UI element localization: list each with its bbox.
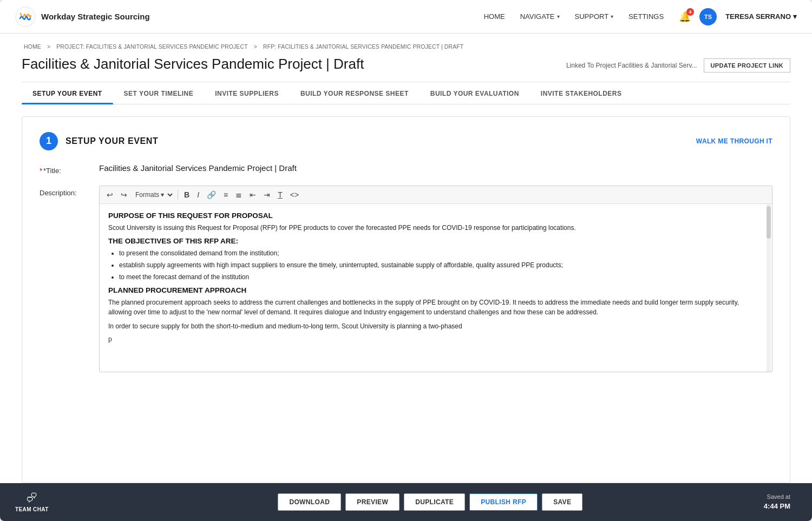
main-content: HOME > PROJECT: FACILITIES & JANITORIAL …: [0, 34, 812, 483]
editor-scrollbar[interactable]: [767, 204, 771, 372]
link-button[interactable]: 🔗: [204, 189, 219, 200]
update-project-button[interactable]: UPDATE PROJECT LINK: [704, 58, 790, 72]
project-link-area: Linked To Project Facilities & Janitoria…: [566, 58, 790, 72]
undo-button[interactable]: ↩: [104, 189, 116, 200]
download-button[interactable]: DOWNLOAD: [278, 493, 341, 511]
breadcrumb-sep1: >: [47, 43, 52, 50]
nav-support[interactable]: SUPPORT ▾: [575, 12, 614, 21]
save-button[interactable]: SAVE: [542, 493, 582, 511]
workday-logo-icon: [15, 6, 36, 27]
unordered-list-button[interactable]: ≡: [221, 189, 231, 200]
bottom-bar: 🗪 TEAM CHAT DOWNLOAD PREVIEW DUPLICATE P…: [0, 483, 812, 521]
editor-heading-2: THE OBJECTIVES OF THIS RFP ARE:: [108, 237, 763, 245]
editor-intro: Scout University is issuing this Request…: [108, 223, 763, 233]
team-chat-icon: 🗪: [27, 492, 37, 504]
walk-through-link[interactable]: WALK ME THROUGH IT: [696, 137, 772, 145]
editor-cursor: p: [108, 335, 763, 343]
description-label: Description:: [40, 186, 99, 197]
editor-procurement-text: The planned procurement approach seeks t…: [108, 298, 763, 317]
tabs: SETUP YOUR EVENT SET YOUR TIMELINE INVIT…: [22, 82, 790, 104]
editor-heading-1: PURPOSE OF THIS REQUEST FOR PROPOSAL: [108, 212, 763, 220]
tab-setup-your-event[interactable]: SETUP YOUR EVENT: [22, 82, 113, 104]
tab-invite-stakeholders[interactable]: INVITE STAKEHOLDERS: [530, 82, 633, 104]
card-title: SETUP YOUR EVENT: [66, 136, 158, 146]
notifications-button[interactable]: 🔔 4: [679, 11, 691, 23]
breadcrumb-sep2: >: [254, 43, 259, 50]
redo-button[interactable]: ↪: [118, 189, 130, 200]
nav-links: HOME NAVIGATE ▾ SUPPORT ▾ SETTINGS: [484, 12, 664, 21]
editor-trailing-text: In order to secure supply for both the s…: [108, 321, 763, 331]
title-row: *Title: Facilities & Janitorial Services…: [40, 163, 772, 175]
breadcrumb: HOME > PROJECT: FACILITIES & JANITORIAL …: [22, 43, 790, 50]
nav-settings[interactable]: SETTINGS: [628, 12, 664, 21]
publish-rfp-button[interactable]: PUBLISH RFP: [469, 493, 538, 511]
bold-button[interactable]: B: [181, 189, 192, 200]
team-chat-label: TEAM CHAT: [15, 506, 49, 512]
content-card: 1 SETUP YOUR EVENT WALK ME THROUGH IT *T…: [22, 116, 790, 484]
ordered-list-button[interactable]: ≣: [233, 189, 245, 200]
indent-right-button[interactable]: ⇥: [261, 189, 273, 200]
breadcrumb-rfp: RFP: FACILITIES & JANITORIAL SERVICES PA…: [263, 43, 463, 50]
notification-badge: 4: [686, 8, 694, 16]
tab-build-response-sheet[interactable]: BUILD YOUR RESPONSE SHEET: [290, 82, 420, 104]
team-chat-button[interactable]: 🗪 TEAM CHAT: [15, 492, 49, 512]
breadcrumb-home[interactable]: HOME: [24, 43, 41, 50]
scrollbar-thumb: [767, 206, 771, 239]
card-header: 1 SETUP YOUR EVENT WALK ME THROUGH IT: [40, 132, 772, 150]
editor-heading-3: PLANNED PROCUREMENT APPROACH: [108, 286, 763, 294]
rich-text-editor[interactable]: ↩ ↪ Formats ▾ B I 🔗 ≡ ≣ ⇤ ⇥ T: [99, 186, 772, 372]
formats-dropdown[interactable]: Formats ▾: [132, 189, 174, 200]
toolbar-divider-1: [178, 190, 178, 200]
nav-home[interactable]: HOME: [484, 12, 505, 21]
editor-toolbar: ↩ ↪ Formats ▾ B I 🔗 ≡ ≣ ⇤ ⇥ T: [100, 186, 772, 204]
indent-left-button[interactable]: ⇤: [247, 189, 259, 200]
top-nav: Workday Strategic Sourcing HOME NAVIGATE…: [0, 0, 812, 34]
user-chevron-icon: ▾: [793, 12, 797, 21]
breadcrumb-project[interactable]: PROJECT: FACILITIES & JANITORIAL SERVICE…: [56, 43, 247, 50]
underline-button[interactable]: T: [275, 189, 285, 200]
support-chevron-icon: ▾: [611, 14, 613, 19]
page-title-row: Facilities & Janitorial Services Pandemi…: [22, 55, 790, 73]
editor-objective-1: to present the consolidated demand from …: [119, 248, 763, 258]
saved-status: Saved at 4:44 PM: [764, 493, 790, 511]
title-label: *Title:: [40, 163, 99, 175]
editor-objective-2: establish supply agreements with high im…: [119, 260, 763, 270]
editor-objective-3: to meet the forecast demand of the insti…: [119, 272, 763, 282]
page-title: Facilities & Janitorial Services Pandemi…: [22, 55, 364, 73]
logo-area: Workday Strategic Sourcing: [15, 6, 150, 27]
card-title-row: 1 SETUP YOUR EVENT: [40, 132, 158, 150]
saved-time: 4:44 PM: [764, 502, 790, 511]
duplicate-button[interactable]: DUPLICATE: [404, 493, 465, 511]
app-title: Workday Strategic Sourcing: [41, 12, 150, 21]
user-name-button[interactable]: TERESA SERRANO ▾: [725, 12, 797, 21]
tab-build-evaluation[interactable]: BUILD YOUR EVALUATION: [420, 82, 530, 104]
italic-button[interactable]: I: [194, 189, 202, 200]
saved-label: Saved at: [764, 493, 790, 501]
editor-body[interactable]: PURPOSE OF THIS REQUEST FOR PROPOSAL Sco…: [100, 204, 772, 372]
nav-navigate[interactable]: NAVIGATE ▾: [520, 12, 560, 21]
bottom-actions: DOWNLOAD PREVIEW DUPLICATE PUBLISH RFP S…: [64, 493, 797, 511]
nav-right: 🔔 4 TS TERESA SERRANO ▾: [679, 8, 797, 25]
tab-invite-suppliers[interactable]: INVITE SUPPLIERS: [204, 82, 290, 104]
user-avatar: TS: [699, 8, 717, 25]
step-number-badge: 1: [40, 132, 58, 150]
navigate-chevron-icon: ▾: [557, 14, 560, 19]
project-link-text: Linked To Project Facilities & Janitoria…: [566, 62, 697, 69]
tab-set-your-timeline[interactable]: SET YOUR TIMELINE: [113, 82, 205, 104]
description-row: Description: ↩ ↪ Formats ▾ B I 🔗 ≡: [40, 186, 772, 372]
title-value: Facilities & Janitorial Services Pandemi…: [99, 163, 772, 173]
preview-button[interactable]: PREVIEW: [345, 493, 400, 511]
code-button[interactable]: <>: [287, 189, 302, 200]
editor-objectives-list: to present the consolidated demand from …: [119, 248, 763, 282]
